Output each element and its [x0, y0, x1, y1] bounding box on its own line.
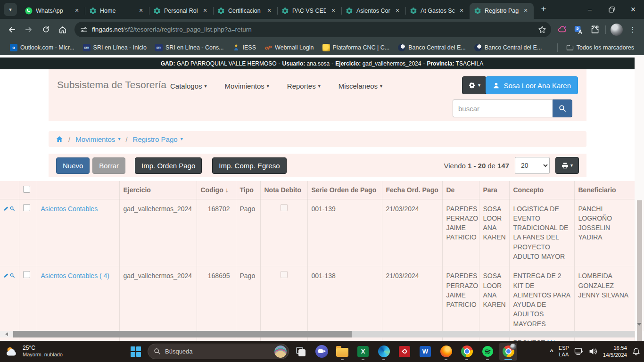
file-explorer-button[interactable]: [333, 343, 351, 361]
breadcrumb-movimientos[interactable]: Movimientos ▾: [75, 135, 120, 143]
tab-asientos-contables[interactable]: Asientos Cor ×: [341, 3, 405, 19]
column-tipo[interactable]: Tipo: [236, 181, 260, 199]
task-view-button[interactable]: [292, 343, 310, 361]
tab-close-icon[interactable]: ×: [522, 7, 529, 15]
tab-close-icon[interactable]: ×: [330, 7, 337, 15]
home-breadcrumb-icon[interactable]: [56, 135, 63, 143]
select-all-checkbox[interactable]: [23, 186, 30, 193]
firefox-button[interactable]: [437, 343, 455, 361]
spotify-button[interactable]: [479, 343, 496, 361]
all-bookmarks-button[interactable]: Todos los marcadores: [562, 42, 638, 53]
address-bar[interactable]: fingads.net/sf2/tesoreria/registro_pago_…: [74, 22, 551, 37]
nuevo-button[interactable]: Nuevo: [56, 157, 90, 174]
clock[interactable]: 16:54 14/5/2024: [603, 345, 627, 359]
bookmark-bce-1[interactable]: Banco Central del E...: [394, 42, 470, 53]
asientos-contables-link[interactable]: Asientos Contables ( 4): [41, 272, 110, 280]
tab-at-gastos[interactable]: At Gastos Se ×: [405, 3, 470, 19]
chrome-active-button[interactable]: [499, 343, 517, 361]
tab-close-icon[interactable]: ×: [73, 7, 81, 15]
menu-miscelaneos[interactable]: Miscelaneos ▾: [339, 82, 382, 90]
nota-debito-checkbox[interactable]: [281, 204, 288, 211]
scroll-down-arrow-icon[interactable]: [637, 323, 642, 326]
menu-reportes[interactable]: Reportes ▾: [287, 82, 321, 90]
theme-extension-icon[interactable]: [555, 22, 570, 37]
url-text[interactable]: fingads.net/sf2/tesoreria/registro_pago_…: [92, 26, 534, 33]
column-beneficiario[interactable]: Beneficiario: [574, 181, 635, 199]
bookmark-iess[interactable]: IESS: [228, 42, 261, 53]
bookmark-bce-2[interactable]: Banco Central del E...: [470, 42, 546, 53]
touch-keyboard-icon[interactable]: [574, 347, 584, 356]
bookmark-webmail[interactable]: cP Webmail Login: [260, 42, 318, 53]
tab-close-icon[interactable]: ×: [265, 7, 273, 15]
edit-pencil-icon[interactable]: [4, 272, 8, 279]
window-close-button[interactable]: ×: [622, 0, 644, 19]
chrome-button[interactable]: [458, 343, 476, 361]
word-button[interactable]: W: [416, 343, 434, 361]
acrobat-button[interactable]: [396, 343, 413, 361]
tab-close-icon[interactable]: ×: [201, 7, 209, 15]
bookmark-sri-inicio[interactable]: SRI SRI en Línea - Inicio: [79, 42, 151, 53]
tab-pac-vs-cedu[interactable]: PAC VS CEDU ×: [277, 3, 341, 19]
search-highlight-image[interactable]: [274, 346, 287, 358]
horizontal-scrollbar-thumb[interactable]: [13, 331, 352, 337]
column-fecha-ord-pago[interactable]: Fecha Ord. Pago: [382, 181, 442, 199]
search-submit-button[interactable]: [553, 99, 572, 117]
chat-button[interactable]: [313, 343, 330, 361]
window-minimize-button[interactable]: –: [579, 0, 601, 19]
vertical-scrollbar-thumb[interactable]: [637, 200, 642, 341]
user-account-button[interactable]: Sosa Loor Ana Karen: [486, 76, 578, 94]
column-ejercicio[interactable]: Ejercicio: [119, 181, 197, 199]
bookmark-star-icon[interactable]: [538, 25, 546, 34]
tab-whatsapp[interactable]: WhatsApp ×: [21, 3, 85, 19]
tab-close-icon[interactable]: ×: [137, 7, 145, 15]
column-para[interactable]: Para: [479, 181, 509, 199]
profile-avatar[interactable]: [609, 22, 624, 37]
imp-comp-egreso-button[interactable]: Imp. Comp. Egreso: [212, 157, 286, 174]
nota-debito-checkbox[interactable]: [281, 271, 288, 278]
start-button[interactable]: [127, 343, 145, 361]
asientos-contables-link[interactable]: Asientos Contables: [41, 205, 98, 213]
borrar-button[interactable]: Borrar: [92, 157, 125, 174]
translate-extension-icon[interactable]: [571, 22, 586, 37]
extensions-puzzle-icon[interactable]: [587, 22, 602, 37]
notifications-bell-icon[interactable]: [632, 347, 640, 356]
excel-button[interactable]: X: [354, 343, 372, 361]
scroll-left-button[interactable]: [0, 331, 13, 337]
home-button[interactable]: [55, 22, 71, 38]
tab-list-chevron-button[interactable]: ▾: [4, 3, 17, 16]
speaker-icon[interactable]: [589, 347, 598, 355]
new-tab-button[interactable]: +: [537, 2, 550, 16]
column-nota-debito[interactable]: Nota Debito: [260, 181, 307, 199]
tab-certificacion[interactable]: Certificacion ×: [213, 3, 277, 19]
edge-button[interactable]: [375, 343, 393, 361]
tray-expand-icon[interactable]: ^: [550, 348, 553, 355]
search-input[interactable]: [453, 99, 553, 117]
menu-catalogos[interactable]: Catalogos ▾: [170, 82, 207, 90]
vertical-scrollbar[interactable]: [635, 55, 644, 331]
settings-gear-button[interactable]: ▾: [462, 76, 487, 94]
horizontal-scrollbar[interactable]: [0, 331, 635, 337]
edit-pencil-icon[interactable]: [4, 205, 8, 212]
breadcrumb-registro-pago[interactable]: Registro Pago ▾: [133, 135, 183, 143]
page-size-select[interactable]: 20: [515, 157, 550, 174]
reload-button[interactable]: [38, 22, 54, 38]
view-magnifier-icon[interactable]: [10, 205, 15, 212]
column-de[interactable]: De: [442, 181, 479, 199]
language-indicator[interactable]: ESP LAA: [559, 345, 569, 358]
imp-orden-pago-button[interactable]: Imp. Orden Pago: [135, 157, 202, 174]
view-magnifier-icon[interactable]: [10, 272, 15, 279]
forward-button[interactable]: [21, 22, 37, 38]
column-concepto[interactable]: Concepto: [509, 181, 574, 199]
bookmark-cnc[interactable]: Plataforma CNC | C...: [318, 42, 394, 53]
menu-movimientos[interactable]: Movimientos ▾: [225, 82, 269, 90]
tab-home[interactable]: Home ×: [85, 3, 149, 19]
back-button[interactable]: [4, 22, 20, 38]
weather-widget[interactable]: 25°C Mayorm. nublado: [5, 345, 63, 359]
column-codigo[interactable]: Codigo ↓: [197, 181, 236, 199]
taskbar-search[interactable]: Búsqueda: [148, 344, 289, 359]
bookmark-outlook[interactable]: o Outlook.com - Micr...: [6, 42, 79, 53]
tab-personal-rol[interactable]: Personal Rol ×: [149, 3, 213, 19]
print-button[interactable]: ▾: [555, 157, 579, 174]
row-checkbox[interactable]: [23, 204, 30, 211]
tab-registro-pago-active[interactable]: Registro Pag ×: [470, 3, 534, 19]
